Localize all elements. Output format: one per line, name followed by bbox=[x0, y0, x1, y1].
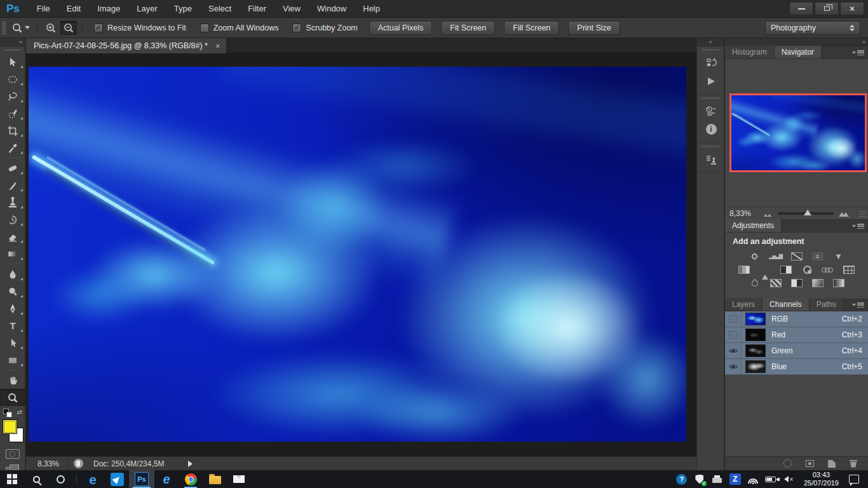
info-panel-icon[interactable]: i bbox=[697, 120, 725, 139]
vibrance-icon[interactable]: ▼ bbox=[831, 251, 846, 262]
zonealarm-icon[interactable]: Z bbox=[726, 470, 744, 488]
crop-tool[interactable] bbox=[0, 122, 25, 139]
tab-paths[interactable]: Paths bbox=[810, 298, 844, 311]
type-tool[interactable]: T bbox=[0, 317, 25, 334]
history-panel-icon[interactable] bbox=[697, 53, 725, 72]
spot-healing-brush-tool[interactable] bbox=[0, 159, 25, 177]
invert-icon[interactable] bbox=[747, 278, 763, 288]
status-zoom-field[interactable]: 8,33% bbox=[37, 459, 59, 468]
menu-type[interactable]: Type bbox=[166, 0, 200, 18]
panel-menu-icon[interactable] bbox=[852, 222, 865, 230]
visibility-toggle[interactable] bbox=[725, 359, 742, 374]
selective-color-icon[interactable] bbox=[831, 278, 846, 288]
panel-menu-icon[interactable] bbox=[852, 301, 865, 309]
gradient-map-icon[interactable] bbox=[810, 278, 825, 288]
menu-filter[interactable]: Filter bbox=[240, 0, 275, 18]
start-button[interactable] bbox=[0, 470, 24, 488]
panel-menu-icon[interactable] bbox=[852, 49, 865, 57]
rectangle-tool[interactable] bbox=[0, 351, 25, 369]
status-menu-arrow-icon[interactable] bbox=[188, 461, 193, 467]
visibility-toggle[interactable] bbox=[725, 311, 742, 327]
status-preview-icon[interactable] bbox=[74, 459, 83, 468]
elliptical-marquee-tool[interactable] bbox=[0, 71, 25, 88]
canvas-image[interactable] bbox=[29, 67, 686, 442]
tab-adjustments[interactable]: Adjustments bbox=[725, 219, 782, 232]
channel-mixer-icon[interactable] bbox=[820, 264, 836, 275]
zoom-tool[interactable] bbox=[0, 389, 25, 406]
lasso-tool[interactable] bbox=[0, 88, 25, 105]
menu-edit[interactable]: Edit bbox=[58, 0, 89, 18]
color-lookup-icon[interactable] bbox=[841, 264, 857, 275]
curves-icon[interactable] bbox=[789, 251, 804, 262]
canvas-area[interactable] bbox=[26, 53, 696, 456]
zoom-out-mountain-icon[interactable] bbox=[763, 210, 773, 217]
internet-explorer-icon[interactable]: e bbox=[154, 470, 179, 488]
exposure-icon[interactable]: ± bbox=[810, 251, 825, 262]
brightness-contrast-icon[interactable] bbox=[747, 251, 763, 262]
toolbar-grip[interactable] bbox=[4, 48, 20, 51]
toolbar-collapse-icon[interactable]: » bbox=[0, 38, 25, 46]
workspace-switcher[interactable]: Photography bbox=[765, 21, 860, 35]
clone-source-panel-icon[interactable] bbox=[697, 150, 725, 168]
actions-panel-icon[interactable] bbox=[697, 72, 725, 90]
close-button[interactable]: × bbox=[840, 2, 864, 15]
help-tray-icon[interactable]: ? bbox=[673, 470, 691, 488]
menu-image[interactable]: Image bbox=[89, 0, 128, 18]
channel-row-blue[interactable]: Blue Ctrl+5 bbox=[725, 359, 868, 375]
rocket-app-icon[interactable] bbox=[105, 470, 129, 488]
brush-tool[interactable] bbox=[0, 177, 25, 194]
eyedropper-tool[interactable] bbox=[0, 139, 25, 156]
clone-stamp-tool[interactable] bbox=[0, 194, 25, 211]
file-explorer-icon[interactable] bbox=[203, 470, 227, 488]
print-size-button[interactable]: Print Size bbox=[568, 21, 620, 35]
dodge-tool[interactable] bbox=[0, 283, 25, 300]
move-tool[interactable] bbox=[0, 53, 25, 71]
tab-layers[interactable]: Layers bbox=[725, 298, 763, 311]
tab-close-icon[interactable]: × bbox=[215, 41, 220, 51]
menu-select[interactable]: Select bbox=[200, 0, 240, 18]
posterize-icon[interactable] bbox=[768, 278, 783, 288]
new-channel-icon[interactable] bbox=[828, 460, 836, 468]
hand-tool[interactable] bbox=[0, 372, 25, 389]
hue-saturation-icon[interactable] bbox=[736, 264, 752, 275]
menu-view[interactable]: View bbox=[275, 0, 309, 18]
quick-mask-mode-button[interactable] bbox=[6, 449, 20, 459]
fill-screen-button[interactable]: Fill Screen bbox=[504, 21, 559, 35]
chrome-icon[interactable] bbox=[179, 470, 203, 488]
tab-histogram[interactable]: Histogram bbox=[725, 46, 775, 58]
save-selection-as-channel-icon[interactable] bbox=[806, 460, 814, 467]
fit-screen-button[interactable]: Fit Screen bbox=[441, 21, 495, 35]
navigator-preview-image[interactable] bbox=[731, 95, 865, 172]
slider-thumb[interactable] bbox=[804, 210, 811, 215]
visibility-toggle[interactable] bbox=[725, 327, 742, 342]
channel-row-rgb[interactable]: RGB Ctrl+2 bbox=[725, 311, 868, 327]
menu-window[interactable]: Window bbox=[309, 0, 355, 18]
resize-windows-checkbox[interactable]: ✓ Resize Windows to Fit bbox=[94, 24, 186, 32]
minimize-button[interactable] bbox=[789, 2, 813, 15]
pen-tool[interactable] bbox=[0, 300, 25, 317]
zoom-out-button[interactable] bbox=[60, 21, 77, 35]
scrubby-zoom-checkbox[interactable]: ✓ Scrubby Zoom bbox=[292, 24, 357, 32]
tool-preset-caret-icon[interactable] bbox=[25, 26, 30, 29]
channel-row-green[interactable]: Green Ctrl+4 bbox=[725, 343, 868, 359]
color-balance-icon[interactable] bbox=[757, 264, 773, 275]
history-brush-tool[interactable] bbox=[0, 211, 25, 228]
delete-channel-icon[interactable] bbox=[850, 460, 857, 468]
zoom-all-windows-checkbox[interactable]: ✓ Zoom All Windows bbox=[200, 24, 279, 32]
load-selection-icon[interactable] bbox=[783, 459, 792, 468]
gradient-tool[interactable] bbox=[0, 245, 25, 262]
navigator-zoom-field[interactable]: 8,33% bbox=[729, 209, 763, 218]
navigator-thumbnail[interactable] bbox=[729, 93, 867, 172]
menu-help[interactable]: Help bbox=[355, 0, 388, 18]
swap-colors-icon[interactable]: ⇄ bbox=[17, 409, 22, 416]
blur-tool[interactable] bbox=[0, 266, 25, 283]
menu-layer[interactable]: Layer bbox=[128, 0, 166, 18]
mail-icon[interactable] bbox=[227, 470, 251, 488]
printer-tray-icon[interactable] bbox=[709, 470, 726, 488]
zoom-in-mountain-icon[interactable] bbox=[839, 210, 849, 217]
defender-icon[interactable]: ✓ bbox=[691, 470, 709, 488]
action-center-icon[interactable] bbox=[849, 475, 859, 484]
actual-pixels-button[interactable]: Actual Pixels bbox=[369, 21, 433, 35]
restore-button[interactable] bbox=[815, 2, 839, 15]
tab-channels[interactable]: Channels bbox=[763, 298, 810, 311]
